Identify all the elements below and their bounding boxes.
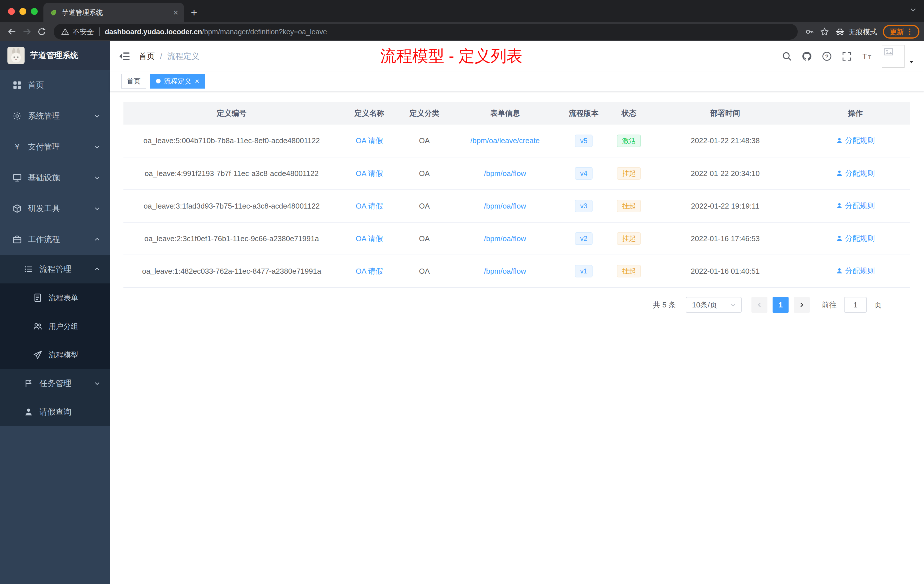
deploy-time: 2022-01-16 17:46:53 <box>650 222 800 255</box>
tag-process-definition[interactable]: 流程定义 × <box>150 74 205 89</box>
next-page-button[interactable] <box>794 297 810 313</box>
incognito-icon <box>835 27 845 36</box>
version-tag: v1 <box>575 265 592 277</box>
url-divider <box>99 27 100 36</box>
assign-rule-button[interactable]: 分配规则 <box>836 135 875 145</box>
browser-tab-strip: 芋道管理系统 × + <box>0 0 924 22</box>
tab-search-icon[interactable] <box>909 6 917 14</box>
goto-page-input[interactable] <box>844 297 867 313</box>
sidebar-item-workflow[interactable]: 工作流程 <box>0 224 110 255</box>
sidebar-item-process-model[interactable]: 流程模型 <box>0 341 110 369</box>
definition-name-link[interactable]: OA 请假 <box>356 267 383 276</box>
column-header-form-info: 表单信息 <box>450 102 560 125</box>
form-info-link[interactable]: /bpm/oa/flow <box>484 267 526 276</box>
logo-avatar <box>7 47 25 64</box>
fullscreen-icon[interactable] <box>842 51 852 61</box>
app-frame: 芋道管理系统 首页 系统管理 ¥ 支付管理 基础设施 <box>0 41 924 584</box>
back-icon[interactable] <box>5 24 20 39</box>
definition-name-link[interactable]: OA 请假 <box>356 202 383 210</box>
column-header-deploy-time: 部署时间 <box>650 102 800 125</box>
address-bar[interactable]: 不安全 dashboard.yudao.iocoder.cn /bpm/mana… <box>54 24 798 40</box>
assign-rule-button[interactable]: 分配规则 <box>836 168 875 178</box>
paper-plane-icon <box>33 350 42 360</box>
column-header-definition-name: 定义名称 <box>340 102 399 125</box>
gear-icon <box>13 111 22 120</box>
sidebar-item-label: 支付管理 <box>28 142 60 152</box>
sidebar-item-process-form[interactable]: 流程表单 <box>0 284 110 312</box>
page-size-select[interactable]: 10条/页 <box>686 297 742 313</box>
key-icon[interactable] <box>802 24 817 39</box>
table-row: oa_leave:4:991f2193-7b7f-11ec-a3c8-acde4… <box>124 157 910 190</box>
assign-rule-button[interactable]: 分配规则 <box>836 266 875 276</box>
search-icon[interactable] <box>782 51 792 61</box>
broken-image-icon <box>884 47 893 56</box>
definition-name-link[interactable]: OA 请假 <box>356 169 383 178</box>
definition-name-link[interactable]: OA 请假 <box>356 136 383 145</box>
zoom-window-button[interactable] <box>31 8 38 15</box>
page-size-value: 10条/页 <box>692 300 717 310</box>
column-header-definition-id: 定义编号 <box>124 102 340 125</box>
bookmark-star-icon[interactable] <box>817 24 832 39</box>
font-size-icon[interactable]: TT <box>862 51 872 61</box>
tag-home[interactable]: 首页 <box>121 74 146 89</box>
browser-menu-update-button[interactable]: 更新 <box>883 25 919 39</box>
sidebar-item-user-group[interactable]: 用户分组 <box>0 312 110 341</box>
kebab-menu-icon <box>906 28 914 36</box>
status-tag: 挂起 <box>617 200 641 212</box>
incognito-label: 无痕模式 <box>848 27 877 36</box>
form-info-link[interactable]: /bpm/oa/leave/create <box>470 136 540 145</box>
app-logo: 芋道管理系统 <box>0 41 110 70</box>
definition-category: OA <box>399 190 450 222</box>
incognito-badge: 无痕模式 <box>835 27 877 36</box>
chevron-down-icon <box>94 174 101 181</box>
breadcrumb: 首页 / 流程定义 <box>139 51 200 62</box>
sidebar-item-label: 研发工具 <box>28 203 60 214</box>
browser-tab[interactable]: 芋道管理系统 × <box>43 3 184 22</box>
sidebar-fold-icon[interactable] <box>119 51 130 62</box>
sidebar-item-system-management[interactable]: 系统管理 <box>0 101 110 132</box>
assign-rule-button[interactable]: 分配规则 <box>836 201 875 211</box>
sidebar-item-home[interactable]: 首页 <box>0 70 110 101</box>
assign-rule-button[interactable]: 分配规则 <box>836 233 875 243</box>
sidebar-item-leave-query[interactable]: 请假查询 <box>0 398 110 426</box>
window-controls <box>8 8 38 15</box>
prev-page-button[interactable] <box>751 297 767 313</box>
user-icon <box>836 202 843 209</box>
table-row: oa_leave:1:482ec033-762a-11ec-8477-a2380… <box>124 255 910 287</box>
user-icon <box>836 235 843 242</box>
chevron-up-icon <box>94 266 101 272</box>
breadcrumb-home[interactable]: 首页 <box>139 51 155 62</box>
minimize-window-button[interactable] <box>20 8 26 15</box>
close-window-button[interactable] <box>8 8 15 15</box>
app-navbar: 首页 / 流程定义 流程模型 - 定义列表 ? TT <box>110 41 924 71</box>
sidebar-item-dev-tools[interactable]: 研发工具 <box>0 193 110 224</box>
sidebar-item-infrastructure[interactable]: 基础设施 <box>0 162 110 193</box>
chevron-up-icon <box>94 236 101 243</box>
sidebar-menu: 首页 系统管理 ¥ 支付管理 基础设施 研发工具 <box>0 70 110 426</box>
tag-label: 流程定义 <box>164 77 191 86</box>
user-avatar-menu[interactable] <box>882 45 915 68</box>
sidebar-item-payment-management[interactable]: ¥ 支付管理 <box>0 132 110 162</box>
chevron-left-icon <box>756 302 762 308</box>
forward-icon[interactable] <box>20 24 34 39</box>
definition-name-link[interactable]: OA 请假 <box>356 234 383 243</box>
sidebar-item-label: 流程表单 <box>49 293 78 303</box>
help-icon[interactable]: ? <box>822 51 832 61</box>
reload-icon[interactable] <box>34 24 49 39</box>
briefcase-icon <box>13 235 22 244</box>
sidebar-item-process-management[interactable]: 流程管理 <box>0 255 110 284</box>
sidebar-item-label: 任务管理 <box>40 378 71 389</box>
form-info-link[interactable]: /bpm/oa/flow <box>484 202 526 210</box>
sidebar-item-task-management[interactable]: 任务管理 <box>0 369 110 398</box>
page-number-button[interactable]: 1 <box>772 297 789 313</box>
close-tag-icon[interactable]: × <box>195 78 199 85</box>
form-info-link[interactable]: /bpm/oa/flow <box>484 234 526 243</box>
close-tab-icon[interactable]: × <box>173 8 178 17</box>
table-row: oa_leave:5:004b710b-7b8a-11ec-8ef0-acde4… <box>124 125 910 157</box>
sidebar-item-label: 用户分组 <box>49 322 78 332</box>
new-tab-button[interactable]: + <box>191 7 197 19</box>
form-info-link[interactable]: /bpm/oa/flow <box>484 169 526 178</box>
pagination: 共 5 条 10条/页 1 前往 页 <box>124 297 910 313</box>
github-icon[interactable] <box>802 51 812 61</box>
definition-category: OA <box>399 255 450 287</box>
